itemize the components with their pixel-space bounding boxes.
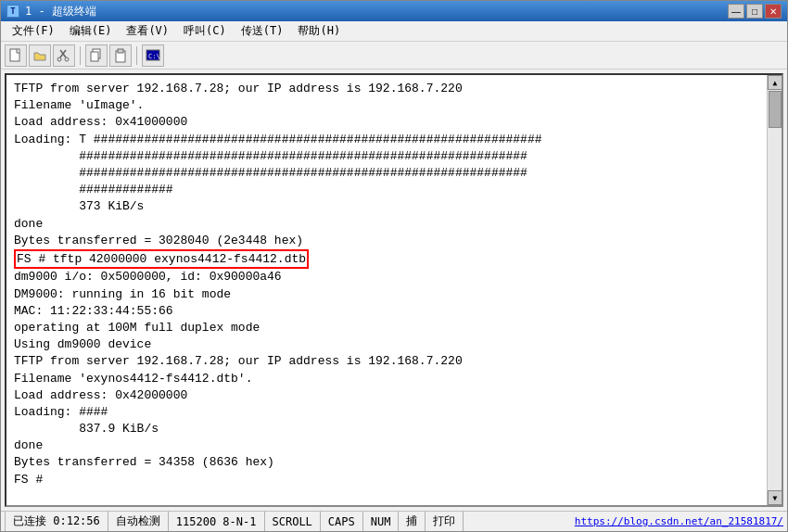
status-print: 打印 [426, 512, 464, 531]
scroll-thumb[interactable] [769, 91, 782, 128]
window-title: 1 - 超级终端 [25, 4, 728, 19]
svg-point-3 [57, 57, 61, 61]
toolbar-terminal-button[interactable]: C:\ [142, 44, 164, 67]
menu-edit[interactable]: 编辑(E) [62, 21, 120, 41]
status-baud: 115200 8-N-1 [169, 512, 265, 531]
toolbar-separator-2 [136, 46, 137, 65]
maximize-button[interactable]: □ [746, 4, 763, 19]
status-scroll: SCROLL [265, 512, 321, 531]
status-bar: 已连接 0:12:56 自动检测 115200 8-N-1 SCROLL CAP… [1, 511, 787, 531]
scroll-down-button[interactable]: ▼ [768, 490, 782, 505]
title-bar: T 1 - 超级终端 — □ ✕ [1, 1, 787, 21]
scroll-up-button[interactable]: ▲ [768, 75, 782, 90]
status-link[interactable]: https://blog.csdn.net/an_21581817/ [575, 515, 783, 527]
menu-call[interactable]: 呼叫(C) [176, 21, 234, 41]
toolbar-open-button[interactable] [29, 44, 51, 67]
toolbar-copy-button[interactable] [85, 44, 108, 67]
toolbar-new-button[interactable] [5, 44, 27, 67]
svg-rect-8 [118, 49, 123, 53]
svg-point-4 [65, 57, 69, 61]
menu-file[interactable]: 文件(F) [5, 21, 62, 41]
window-icon: T [6, 5, 19, 18]
scroll-track[interactable] [768, 90, 782, 490]
main-window: T 1 - 超级终端 — □ ✕ 文件(F) 编辑(E) 查看(V) 呼叫(C)… [0, 0, 788, 532]
menu-transfer[interactable]: 传送(T) [234, 21, 291, 41]
status-auto-detect: 自动检测 [108, 512, 169, 531]
status-connection: 已连接 0:12:56 [5, 512, 108, 531]
close-button[interactable]: ✕ [765, 4, 782, 19]
terminal-container: TFTP from server 192.168.7.28; our IP ad… [5, 73, 783, 507]
minimize-button[interactable]: — [728, 4, 744, 19]
status-capture: 捕 [399, 512, 426, 531]
status-num: NUM [363, 512, 400, 531]
toolbar-separator-1 [80, 46, 81, 65]
menu-view[interactable]: 查看(V) [119, 21, 176, 41]
toolbar: C:\ [1, 42, 787, 70]
menu-bar: 文件(F) 编辑(E) 查看(V) 呼叫(C) 传送(T) 帮助(H) [1, 21, 787, 42]
toolbar-paste-button[interactable] [109, 44, 132, 67]
status-caps: CAPS [321, 512, 363, 531]
svg-rect-6 [91, 52, 98, 61]
terminal-output[interactable]: TFTP from server 192.168.7.28; our IP ad… [6, 75, 767, 505]
svg-text:C:\: C:\ [148, 53, 160, 60]
scrollbar[interactable]: ▲ ▼ [767, 75, 782, 505]
window-controls: — □ ✕ [728, 4, 782, 19]
menu-help[interactable]: 帮助(H) [290, 21, 348, 41]
toolbar-cut-button[interactable] [53, 44, 75, 67]
